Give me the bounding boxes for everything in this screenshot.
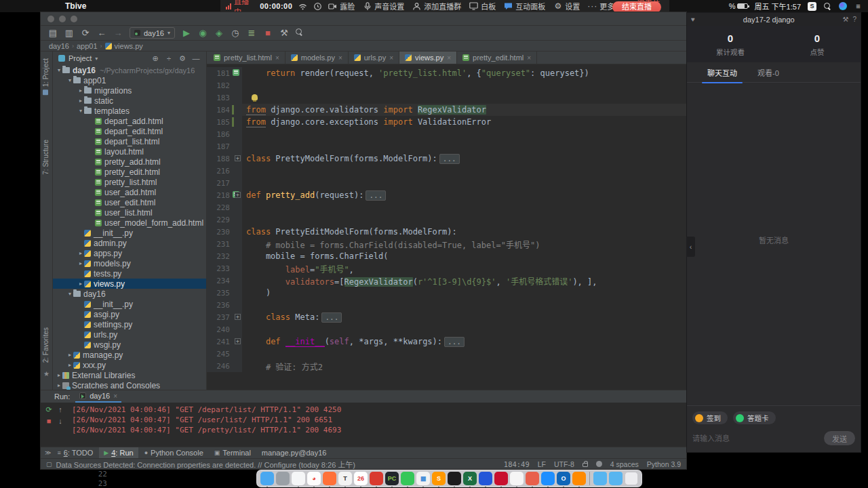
tree-arrow-icon[interactable]: ▸ xyxy=(77,281,84,287)
code-line-237[interactable]: 237+ class Meta:... xyxy=(207,311,686,323)
close-icon[interactable]: × xyxy=(389,54,393,62)
code-line-181[interactable]: 181 return render(request, 'pretty_list.… xyxy=(207,67,686,79)
toolwindow-button-manage-py-day16[interactable]: manage.py@day16 xyxy=(257,447,332,459)
python-interpreter[interactable]: Python 3.9 xyxy=(647,460,681,468)
zoom-window-button[interactable] xyxy=(71,16,77,22)
close-icon[interactable]: × xyxy=(338,54,342,62)
gutter-line-182[interactable]: 182 xyxy=(207,79,242,92)
dock-icon-keynote[interactable]: ▦ xyxy=(416,472,430,485)
siri-icon[interactable] xyxy=(838,2,847,11)
editor-tab-pretty_edit.html[interactable]: pretty_edit.html× xyxy=(457,52,537,64)
toolwindow-button-terminal[interactable]: ▣Terminal xyxy=(210,447,256,459)
tree-item-pretty_edit.html[interactable]: pretty_edit.html xyxy=(53,167,206,177)
forward-icon[interactable]: → xyxy=(113,28,123,39)
intention-bulb-icon[interactable] xyxy=(252,94,258,100)
gutter-line-246[interactable]: 246 xyxy=(207,360,242,372)
close-icon[interactable]: × xyxy=(447,54,451,62)
tree-item-xxx.py[interactable]: ▸xxx.py xyxy=(53,360,206,370)
tree-arrow-icon[interactable]: ▾ xyxy=(56,67,62,73)
dock-icon-tencent-classroom[interactable] xyxy=(572,472,586,485)
search-icon[interactable] xyxy=(295,28,306,39)
chip-签到[interactable]: 签到 xyxy=(692,411,728,424)
tree-arrow-icon[interactable]: ▸ xyxy=(77,250,84,256)
tree-item-__init__.py[interactable]: __init__.py xyxy=(53,299,206,309)
profile-icon[interactable]: ◷ xyxy=(230,28,241,39)
dock-icon-notes[interactable] xyxy=(510,472,524,485)
tree-item-settings.py[interactable]: settings.py xyxy=(53,319,206,329)
tree-arrow-icon[interactable]: ▸ xyxy=(77,98,84,104)
dock-icon-terminal[interactable] xyxy=(448,472,461,485)
gutter-line-240[interactable]: 240 xyxy=(207,323,242,336)
send-button[interactable]: 发送 xyxy=(824,431,855,445)
gutter-line-217[interactable]: 217 xyxy=(207,177,242,189)
dock-icon-outlook[interactable]: O xyxy=(557,472,570,485)
tree-arrow-icon[interactable]: ▸ xyxy=(66,352,73,358)
help-icon[interactable]: ? xyxy=(852,16,856,23)
code-line-186[interactable]: 186 xyxy=(207,128,686,140)
gutter-line-234[interactable]: 234 xyxy=(207,274,242,287)
tree-arrow-icon[interactable]: ▸ xyxy=(56,372,62,378)
dock-icon-finder[interactable] xyxy=(260,472,274,485)
toolwindow-button-project[interactable]: 1: Project xyxy=(42,58,50,95)
tree-item-user_edit.html[interactable]: user_edit.html xyxy=(53,197,206,207)
gutter-line-186[interactable]: 186 xyxy=(207,128,242,140)
fold-marker-icon[interactable]: + xyxy=(235,155,241,161)
tree-item-user_list.html[interactable]: user_list.html xyxy=(53,207,206,218)
window-icon[interactable]: ▢ xyxy=(46,461,52,468)
toolwindow-button-structure[interactable]: 7: Structure xyxy=(42,140,50,175)
save-icon[interactable]: ▥ xyxy=(64,28,75,39)
hide-panel-button[interactable]: — xyxy=(191,54,201,62)
code-line-230[interactable]: 230class PrettyEditModelForm(forms.Model… xyxy=(207,226,686,238)
template-gutter-icon[interactable] xyxy=(233,69,239,76)
breadcrumb-item[interactable]: day16 xyxy=(49,42,69,50)
chat-tab-聊天互动[interactable]: 聊天互动 xyxy=(706,62,738,83)
tree-item-user_add.html[interactable]: user_add.html xyxy=(53,187,206,197)
timer-clock-icon[interactable] xyxy=(313,2,322,11)
code-line-185[interactable]: 185from django.core.exceptions import Va… xyxy=(207,116,686,128)
dock-icon-meeting[interactable] xyxy=(526,472,539,485)
dock-icon-pycharm[interactable]: PC xyxy=(385,472,399,485)
gutter-line-218[interactable]: 218+ xyxy=(207,189,242,201)
toolwindow-button-run[interactable]: ▶4: Run xyxy=(99,447,138,459)
gutter-line-245[interactable]: 245 xyxy=(207,348,242,360)
tree-arrow-icon[interactable]: ▸ xyxy=(77,260,84,266)
chat-tab-观看-0[interactable]: 观看-0 xyxy=(756,62,781,83)
end-live-button[interactable]: 结束直播 xyxy=(612,1,661,13)
tree-item-layout.html[interactable]: layout.html xyxy=(53,146,206,157)
editor-tab-views.py[interactable]: views.py× xyxy=(399,52,457,64)
tree-item-wsgi.py[interactable]: wsgi.py xyxy=(53,340,206,350)
tree-item-pretty_add.html[interactable]: pretty_add.html xyxy=(53,157,206,167)
run-icon[interactable]: ▶ xyxy=(181,28,192,39)
gutter-line-233[interactable]: 233 xyxy=(207,262,242,274)
caret-position[interactable]: 184:49 xyxy=(504,460,530,468)
code-line-182[interactable]: 182 xyxy=(207,79,686,92)
gutter-line-188[interactable]: 188+ xyxy=(207,152,242,165)
dock-icon-tencent-docs[interactable] xyxy=(541,472,555,485)
tree-item-depart_add.html[interactable]: depart_add.html xyxy=(53,116,206,126)
dock-icon-video-app[interactable] xyxy=(479,472,492,485)
gutter-line-185[interactable]: 185 xyxy=(207,116,242,128)
stream-button-mic[interactable]: 声音设置 xyxy=(363,1,404,12)
fold-marker-icon[interactable]: + xyxy=(235,314,241,320)
project-settings-gear-icon[interactable]: ⚙ xyxy=(178,54,187,63)
tree-item-models.py[interactable]: ▸models.py xyxy=(53,258,206,268)
tree-item-asgi.py[interactable]: asgi.py xyxy=(53,309,206,319)
tree-arrow-icon[interactable]: ▾ xyxy=(77,108,84,114)
dock-icon-typora[interactable]: T xyxy=(338,472,352,485)
input-method-icon[interactable]: S xyxy=(808,2,816,11)
stream-button-camera[interactable]: 露脸 xyxy=(328,1,355,12)
tree-item-admin.py[interactable]: admin.py xyxy=(53,238,206,248)
toolwindow-button-favorites[interactable]: 2: Favorites xyxy=(42,327,50,363)
scroll-down-button[interactable]: ↓ xyxy=(55,415,66,426)
tree-item-pretty_list.html[interactable]: pretty_list.html xyxy=(53,177,206,187)
gutter-line-241[interactable]: 241+ xyxy=(207,336,242,348)
code-line-218[interactable]: 218+def pretty_add(request):... xyxy=(207,189,686,201)
tree-item-user_model_form_add.html[interactable]: user_model_form_add.html xyxy=(53,218,206,228)
gutter-line-181[interactable]: 181 xyxy=(207,67,242,79)
code-line-184[interactable]: 184from django.core.validators import Re… xyxy=(207,104,686,116)
stream-button-board[interactable]: 白板 xyxy=(469,1,496,12)
breadcrumb-item[interactable]: app01 xyxy=(77,42,98,50)
editor-tab-pretty_list.html[interactable]: pretty_list.html× xyxy=(208,52,285,64)
dock-icon-calendar[interactable]: 26 xyxy=(354,472,368,485)
gutter-line-231[interactable]: 231 xyxy=(207,238,242,250)
